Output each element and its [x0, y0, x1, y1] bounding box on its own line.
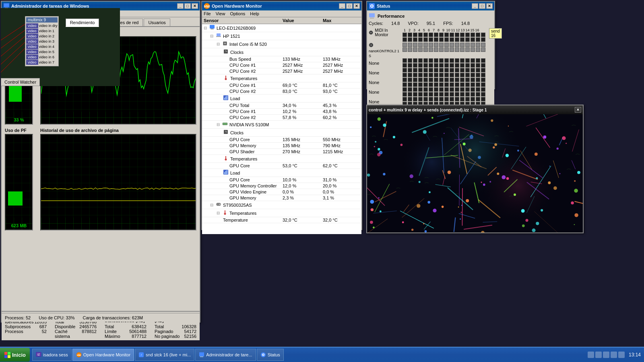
tree-row[interactable]: CPU Core #257,8 %60,2 % — [202, 115, 361, 121]
tree-row[interactable]: ⊟HP 1521 — [202, 32, 361, 40]
midi-cell — [402, 47, 407, 52]
tree-row[interactable]: Clocks — [202, 48, 361, 56]
svg-rect-6 — [211, 29, 213, 29]
tree-row[interactable]: Temperatures — [202, 155, 361, 163]
midi-cell — [402, 73, 407, 77]
tree-row[interactable]: ⊟ST9500325AS — [202, 201, 361, 209]
midi-cell — [439, 82, 444, 87]
sensor-max — [321, 132, 361, 133]
midi-cell — [455, 47, 459, 52]
control-watcher-btn[interactable]: Control Watcher — [1, 78, 40, 86]
expand-icon[interactable]: ⊟ — [217, 211, 220, 215]
ohm-menubar: File View Options Help — [202, 10, 361, 17]
tree-row[interactable]: ⊟NVIDIA NVS 5100M — [202, 121, 361, 129]
tree-row[interactable]: CPU Total34,0 %45,3 % — [202, 103, 361, 109]
tree-row[interactable]: GPU Memory135 MHz790 MHz — [202, 143, 361, 149]
tray-icon-4 — [611, 352, 617, 358]
expand-icon[interactable]: ⊟ — [217, 122, 220, 127]
sensor-name: GPU Core — [229, 177, 250, 182]
midi-cell — [481, 33, 485, 37]
midi-cell — [418, 33, 423, 37]
midi-cell — [402, 58, 407, 63]
tree-row[interactable]: Bus Speed133 MHz133 MHz — [202, 56, 361, 62]
ohm-maximize[interactable]: □ — [346, 3, 353, 9]
taskman-close[interactable]: ✕ — [192, 3, 198, 9]
none-midi-grid — [402, 78, 486, 87]
sensor-name: HP 1521 — [223, 34, 240, 39]
expand-icon[interactable]: ⊟ — [204, 26, 207, 30]
tree-row[interactable]: ⊟LEO-ED12626B069 — [202, 24, 361, 32]
expand-icon[interactable]: ⊟ — [210, 203, 213, 207]
tree-row[interactable]: GPU Shader270 MHz1215 MHz — [202, 149, 361, 155]
none-label: None — [369, 70, 401, 75]
ohm-menu-file[interactable]: File — [204, 11, 211, 16]
expand-icon[interactable]: ⊟ — [210, 34, 213, 38]
tree-row[interactable]: GPU Core135 MHz550 MHz — [202, 137, 361, 143]
midi-cell — [455, 97, 459, 101]
sensor-name: GPU Shader — [229, 149, 254, 154]
tree-row[interactable]: Temperature32,0 °C32,0 °C — [202, 217, 361, 223]
midi-cell — [423, 68, 428, 72]
tree-row[interactable]: GPU Core10,0 %31,0 % — [202, 177, 361, 183]
status-maximize[interactable]: □ — [479, 3, 485, 9]
tree-row[interactable]: ⊟Intel Core i5 M 520 — [202, 40, 361, 48]
taskbar-btn-snd[interactable]: ♪ snd stck 16 (live + mi... — [135, 349, 194, 361]
ohm-close[interactable]: ✕ — [353, 3, 360, 9]
visual-close-x[interactable]: ✕ — [575, 107, 581, 113]
taskbar-btn-status[interactable]: Status — [257, 349, 284, 361]
tree-row[interactable]: CPU Core #169,0 °C81,0 °C — [202, 82, 361, 88]
tree-row[interactable]: CPU Core #283,0 °C93,0 °C — [202, 88, 361, 95]
sensor-max: 81,0 °C — [321, 82, 361, 88]
taskman-minimize[interactable]: _ — [177, 3, 184, 9]
svg-rect-61 — [199, 352, 204, 356]
midi-cell — [402, 82, 407, 87]
sensor-name: CPU Core #1 — [229, 83, 256, 88]
ohm-menu-options[interactable]: Options — [230, 11, 245, 16]
start-button[interactable]: Inicio — [0, 348, 30, 362]
tree-row[interactable]: GPU Memory2,3 %3,1 % — [202, 195, 361, 201]
midi-cell — [471, 58, 475, 63]
tree-row[interactable]: CPU Core #12527 MHz2527 MHz — [202, 62, 361, 68]
tree-row[interactable]: Temperatures — [202, 74, 361, 82]
status-close[interactable]: ✕ — [486, 3, 493, 9]
ohm-menu-view[interactable]: View — [216, 11, 225, 16]
ohm-tree[interactable]: ⊟LEO-ED12626B069⊟HP 1521⊟Intel Core i5 M… — [202, 24, 361, 234]
tree-row[interactable]: Load — [202, 169, 361, 177]
tab-rendimiento[interactable]: Rendimiento — [66, 19, 99, 27]
status-minimize[interactable]: _ — [472, 3, 478, 9]
tree-row[interactable]: GPU Core53,0 °C62,0 °C — [202, 163, 361, 169]
tree-row[interactable]: ⊟Temperatures — [202, 209, 361, 217]
ohm-minimize[interactable]: _ — [339, 3, 345, 9]
taskbar-btn-ohm[interactable]: HW Open Hardware Monitor — [72, 349, 134, 361]
tree-row[interactable]: GPU Memory Controller12,0 %20,0 % — [202, 183, 361, 189]
tree-row[interactable]: Load — [202, 95, 361, 103]
midi-cell — [418, 87, 423, 92]
sensor-max: 62,0 °C — [321, 163, 361, 169]
taskman-maximize[interactable]: □ — [184, 3, 191, 9]
ohm-menu-help[interactable]: Help — [250, 11, 259, 16]
midi-cell — [423, 33, 428, 37]
sensor-max: 0,0 % — [321, 189, 361, 195]
visual-titlebar[interactable]: control + multimix 9 w delay + sends (co… — [367, 105, 583, 114]
tab-usuarios[interactable]: Usuarios — [144, 19, 170, 26]
midi-cell — [418, 92, 423, 97]
status-titlebar[interactable]: Status _ □ ✕ — [367, 2, 494, 10]
taskbar-btn-isadora[interactable]: IZ isadora sess — [32, 349, 72, 361]
sensor-name: GPU Core — [229, 163, 250, 168]
midi-cell — [460, 97, 464, 101]
expand-icon[interactable]: ⊟ — [217, 42, 220, 46]
sensor-name: GPU Memory — [229, 195, 256, 200]
midi-cell — [476, 78, 480, 82]
sensor-max — [321, 205, 361, 206]
tree-row[interactable]: CPU Core #22527 MHz2527 MHz — [202, 68, 361, 74]
midi-cell — [481, 97, 485, 101]
none-label: None — [369, 99, 401, 104]
tree-row[interactable]: GPU Video Engine0,0 %0,0 % — [202, 189, 361, 195]
taskbar-btn-tare[interactable]: Administrador de tare... — [195, 349, 256, 361]
tree-row[interactable]: CPU Core #110,2 %43,8 % — [202, 109, 361, 115]
ohm-titlebar[interactable]: HW Open Hardware Monitor _ □ ✕ — [202, 2, 361, 10]
tree-row[interactable]: Clocks — [202, 129, 361, 137]
midi-cell — [444, 92, 449, 97]
midi-cell — [455, 78, 459, 82]
svg-rect-20 — [227, 96, 227, 100]
